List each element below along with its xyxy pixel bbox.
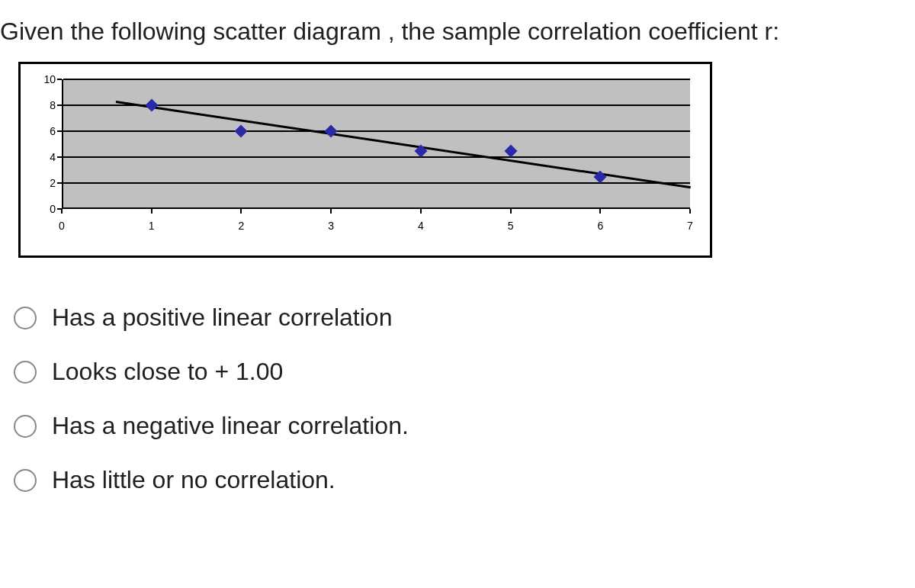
option-a[interactable]: Has a positive linear correlation [14, 304, 915, 332]
x-tick-label: 1 [149, 220, 155, 232]
option-b[interactable]: Looks close to + 1.00 [14, 358, 915, 386]
radio-icon[interactable] [14, 361, 37, 384]
x-tick-label: 3 [328, 220, 334, 232]
x-tick-label: 6 [597, 220, 603, 232]
x-tick-label: 2 [239, 220, 245, 232]
scatter-chart: 024681001234567 [18, 62, 712, 258]
radio-icon[interactable] [14, 307, 37, 329]
option-d[interactable]: Has little or no correlation. [14, 466, 915, 494]
x-tick-label: 4 [418, 220, 424, 232]
option-label: Has a negative linear correlation. [52, 412, 409, 440]
grid-line [63, 156, 690, 158]
y-tick-label: 6 [50, 125, 56, 137]
grid-line [63, 130, 690, 132]
grid-line [63, 182, 690, 184]
grid-line [63, 79, 690, 80]
options-list: Has a positive linear correlation Looks … [14, 304, 915, 494]
option-label: Has a positive linear correlation [52, 304, 392, 332]
x-tick-label: 7 [687, 220, 693, 232]
option-c[interactable]: Has a negative linear correlation. [14, 412, 915, 440]
radio-icon[interactable] [14, 469, 37, 492]
y-tick-label: 10 [43, 73, 56, 85]
option-label: Has little or no correlation. [52, 466, 336, 494]
y-tick-label: 4 [50, 151, 56, 163]
option-label: Looks close to + 1.00 [52, 358, 283, 386]
radio-icon[interactable] [14, 415, 37, 438]
x-tick-label: 5 [508, 220, 514, 232]
x-tick-label: 0 [59, 220, 65, 232]
y-tick-label: 0 [50, 203, 56, 215]
y-tick-label: 8 [50, 99, 56, 111]
question-text: Given the following scatter diagram , th… [0, 0, 915, 62]
y-tick-label: 2 [50, 177, 56, 189]
